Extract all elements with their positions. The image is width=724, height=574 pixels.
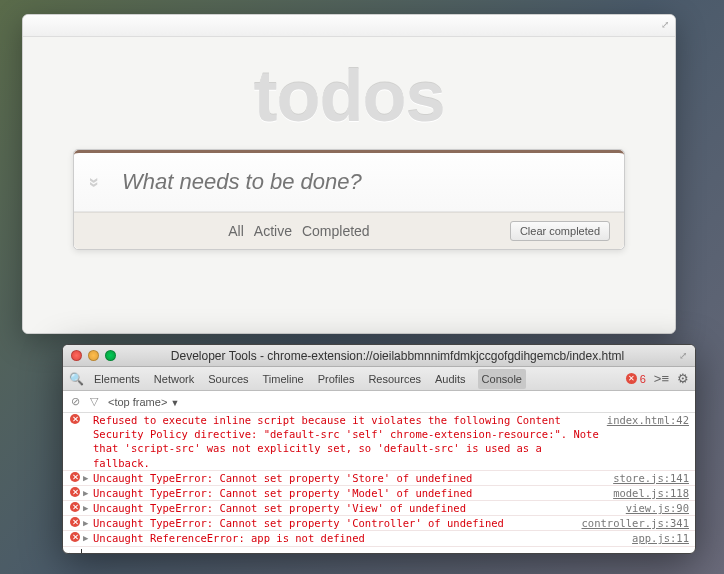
error-message: Uncaught TypeError: Cannot set property … bbox=[93, 486, 613, 500]
filter-group: All Active Completed bbox=[88, 223, 510, 239]
minimize-icon[interactable] bbox=[88, 350, 99, 361]
tab-resources[interactable]: Resources bbox=[366, 369, 423, 389]
expand-arrow-icon[interactable]: ▶ bbox=[83, 516, 93, 529]
filter-all[interactable]: All bbox=[228, 223, 244, 239]
error-source-link[interactable]: index.html:42 bbox=[607, 413, 689, 427]
error-icon bbox=[67, 516, 83, 527]
chevron-down-icon: » bbox=[83, 177, 104, 187]
todo-footer: All Active Completed Clear completed bbox=[74, 212, 624, 249]
error-source-link[interactable]: model.js:118 bbox=[613, 486, 689, 500]
filter-active[interactable]: Active bbox=[254, 223, 292, 239]
console-output: Refused to execute inline script because… bbox=[63, 413, 695, 553]
tab-network[interactable]: Network bbox=[152, 369, 196, 389]
tab-profiles[interactable]: Profiles bbox=[316, 369, 357, 389]
filter-icon[interactable]: ▽ bbox=[90, 395, 98, 408]
console-error-row: Refused to execute inline script because… bbox=[63, 413, 695, 471]
close-icon[interactable] bbox=[71, 350, 82, 361]
error-icon: ✕ bbox=[626, 373, 637, 384]
console-prompt[interactable]: > bbox=[63, 547, 695, 553]
expand-arrow-icon[interactable]: ▶ bbox=[83, 531, 93, 544]
console-error-row: ▶Uncaught ReferenceError: app is not def… bbox=[63, 531, 695, 546]
devtools-tabs: Elements Network Sources Timeline Profil… bbox=[92, 369, 526, 389]
zoom-icon[interactable] bbox=[105, 350, 116, 361]
clear-completed-button[interactable]: Clear completed bbox=[510, 221, 610, 241]
error-source-link[interactable]: app.js:11 bbox=[632, 531, 689, 545]
app-body: todos » All Active Completed Clear compl… bbox=[23, 37, 675, 333]
tab-sources[interactable]: Sources bbox=[206, 369, 250, 389]
tab-audits[interactable]: Audits bbox=[433, 369, 468, 389]
maximize-icon[interactable]: ⤢ bbox=[679, 350, 687, 361]
devtools-window: Developer Tools - chrome-extension://oie… bbox=[62, 344, 696, 554]
toggle-all-button[interactable]: » bbox=[74, 156, 114, 209]
gear-icon[interactable]: ⚙ bbox=[677, 371, 689, 386]
window-controls bbox=[71, 350, 116, 361]
frame-selector[interactable]: <top frame> ▼ bbox=[108, 396, 179, 408]
error-message: Uncaught TypeError: Cannot set property … bbox=[93, 501, 626, 515]
expand-arrow-icon[interactable]: ▶ bbox=[83, 471, 93, 484]
console-error-row: ▶Uncaught TypeError: Cannot set property… bbox=[63, 486, 695, 501]
new-todo-input[interactable] bbox=[114, 153, 624, 211]
error-message: Uncaught ReferenceError: app is not defi… bbox=[93, 531, 632, 545]
error-source-link[interactable]: store.js:141 bbox=[613, 471, 689, 485]
tab-timeline[interactable]: Timeline bbox=[261, 369, 306, 389]
search-icon[interactable]: 🔍 bbox=[69, 372, 84, 386]
clear-console-icon[interactable]: ⊘ bbox=[71, 395, 80, 408]
console-error-row: ▶Uncaught TypeError: Cannot set property… bbox=[63, 516, 695, 531]
devtools-titlebar: Developer Tools - chrome-extension://oie… bbox=[63, 345, 695, 367]
error-count-badge[interactable]: ✕ 6 bbox=[626, 373, 646, 385]
todo-card: » All Active Completed Clear completed bbox=[73, 149, 625, 250]
app-title: todos bbox=[73, 37, 625, 149]
expand-arrow-icon[interactable]: ▶ bbox=[83, 501, 93, 514]
error-icon bbox=[67, 471, 83, 482]
expand-arrow-icon[interactable]: ▶ bbox=[83, 486, 93, 499]
error-message: Uncaught TypeError: Cannot set property … bbox=[93, 516, 582, 530]
tab-console[interactable]: Console bbox=[478, 369, 526, 389]
chevron-down-icon: ▼ bbox=[170, 398, 179, 408]
text-cursor bbox=[81, 549, 82, 553]
todos-app-window: ⤢ todos » All Active Completed Clear com… bbox=[22, 14, 676, 334]
console-error-row: ▶Uncaught TypeError: Cannot set property… bbox=[63, 501, 695, 516]
error-message: Refused to execute inline script because… bbox=[93, 413, 607, 470]
error-source-link[interactable]: view.js:90 bbox=[626, 501, 689, 515]
error-icon bbox=[67, 531, 83, 542]
devtools-title: Developer Tools - chrome-extension://oie… bbox=[116, 349, 679, 363]
console-error-row: ▶Uncaught TypeError: Cannot set property… bbox=[63, 471, 695, 486]
toggle-drawer-icon[interactable]: >≡ bbox=[654, 371, 669, 386]
error-message: Uncaught TypeError: Cannot set property … bbox=[93, 471, 613, 485]
error-source-link[interactable]: controller.js:341 bbox=[582, 516, 689, 530]
todo-input-row: » bbox=[74, 150, 624, 212]
filter-completed[interactable]: Completed bbox=[302, 223, 370, 239]
error-count-value: 6 bbox=[640, 373, 646, 385]
error-icon bbox=[67, 501, 83, 512]
error-icon bbox=[67, 486, 83, 497]
devtools-toolbar: 🔍 Elements Network Sources Timeline Prof… bbox=[63, 367, 695, 391]
maximize-icon[interactable]: ⤢ bbox=[661, 19, 669, 30]
tab-elements[interactable]: Elements bbox=[92, 369, 142, 389]
app-titlebar: ⤢ bbox=[23, 15, 675, 37]
error-icon bbox=[67, 413, 83, 424]
expand-arrow-icon bbox=[83, 413, 93, 414]
console-subbar: ⊘ ▽ <top frame> ▼ bbox=[63, 391, 695, 413]
prompt-icon: > bbox=[69, 549, 75, 553]
